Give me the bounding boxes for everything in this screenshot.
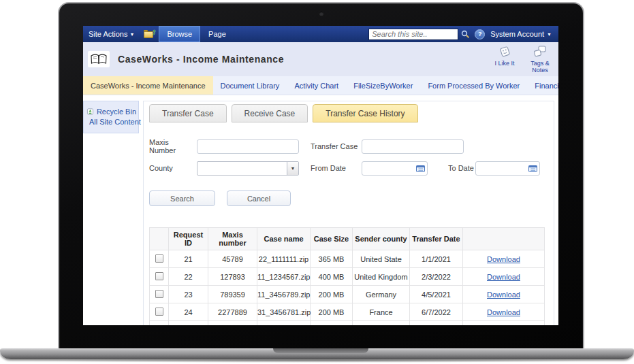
case-size-cell: 200 MB — [311, 303, 353, 321]
download-link[interactable]: Download — [487, 308, 520, 316]
nav-item-caseworks-income-maintenance[interactable]: CaseWorks - Income Maintenance — [83, 76, 213, 95]
ribbon-tab-page[interactable]: Page — [200, 26, 234, 42]
browser-screen: Site Actions ▼ ⤴ Browse Page — [83, 26, 558, 325]
calendar-icon[interactable] — [528, 165, 537, 172]
maxis-number-cell: 2277889 — [208, 303, 257, 321]
sender-county-cell: France — [353, 303, 410, 321]
select-column-header — [150, 228, 169, 250]
search-button[interactable]: Search — [149, 191, 215, 206]
search-icon[interactable] — [458, 29, 472, 40]
tab-transfer-case-history[interactable]: Transfer Case History — [313, 104, 417, 122]
laptop-mockup: Site Actions ▼ ⤴ Browse Page — [0, 0, 634, 364]
table-row: 24 2277889 31_3456781.zip 200 MB France … — [150, 303, 545, 321]
table-row: 22 127893 11_1234567.zip 400 MB United K… — [150, 268, 545, 286]
tab-transfer-case[interactable]: Transfer Case — [149, 104, 227, 122]
case-name-cell: 41_3456782.zip — [257, 321, 311, 326]
account-menu[interactable]: System Account ▼ — [490, 30, 558, 38]
maxis-number-header: Maxis number — [208, 228, 257, 250]
search-input[interactable] — [368, 29, 458, 40]
chevron-down-icon: ▼ — [129, 32, 134, 37]
browse-tab-label: Browse — [167, 30, 192, 38]
transfer-date-cell: 1/1/2021 — [410, 250, 463, 268]
case-size-cell: 400 MB — [311, 268, 353, 286]
table-row: 21 45789 22_1111111.zip 365 MB United St… — [150, 250, 545, 268]
county-select[interactable]: ▼ — [197, 161, 299, 176]
left-sidebar: Recycle Bin All Site Content — [83, 95, 143, 325]
sidebar-quicklaunch: Recycle Bin All Site Content — [83, 101, 139, 133]
maxis-number-cell: 127893 — [208, 268, 257, 286]
maxis-number-cell: 789359 — [208, 286, 257, 303]
nav-item-document-library[interactable]: Document Library — [213, 76, 287, 95]
cancel-button[interactable]: Cancel — [227, 191, 291, 206]
sender-county-cell: Germany — [353, 286, 410, 303]
recycle-bin-icon — [86, 107, 94, 116]
table-row: 25 3348789 41_3456782.zip 200 MB Portuga… — [150, 321, 545, 326]
tags-notes-icon — [533, 45, 548, 59]
site-actions-menu[interactable]: Site Actions ▼ — [83, 26, 140, 42]
transfer-date-cell: 6/7/2022 — [410, 303, 463, 321]
row-checkbox[interactable] — [155, 325, 163, 326]
county-label: County — [149, 164, 197, 172]
maxis-number-input[interactable] — [197, 139, 299, 154]
case-size-cell: 200 MB — [311, 286, 353, 303]
row-checkbox[interactable] — [155, 290, 163, 298]
download-link[interactable]: Download — [487, 255, 520, 263]
navigate-up-icon[interactable]: ⤴ — [144, 30, 155, 39]
tags-notes-label: Tags & Notes — [526, 60, 554, 74]
table-header-row: Request ID Maxis number Case name Case S… — [150, 228, 545, 250]
nav-item-activity-chart[interactable]: Activity Chart — [287, 76, 346, 95]
maxis-number-label: Maxis Number — [149, 138, 197, 154]
site-search — [368, 29, 472, 40]
top-chrome-bar: Site Actions ▼ ⤴ Browse Page — [83, 26, 558, 42]
open-book-icon — [90, 53, 108, 65]
maxis-number-cell: 45789 — [208, 250, 257, 268]
i-like-it-label: I Like It — [494, 60, 514, 67]
case-size-cell: 365 MB — [311, 250, 353, 268]
account-label: System Account — [490, 30, 544, 38]
tags-notes-button[interactable]: Tags & Notes — [526, 45, 554, 74]
social-actions: I Like It Tags & Notes — [490, 45, 554, 74]
download-link[interactable]: Download — [487, 273, 520, 281]
webcam-dot — [319, 12, 323, 16]
page-tab-label: Page — [208, 30, 226, 38]
like-tag-icon — [498, 45, 511, 59]
transfer-date-cell: 2/3/2022 — [410, 268, 463, 286]
download-link[interactable]: Download — [487, 291, 520, 299]
recycle-bin-label: Recycle Bin — [97, 107, 136, 116]
calendar-icon[interactable] — [416, 165, 425, 172]
site-navbar: CaseWorks - Income Maintenance Document … — [83, 76, 558, 95]
request-id-cell: 22 — [169, 268, 208, 286]
request-id-header: Request ID — [169, 228, 208, 250]
row-checkbox[interactable] — [155, 254, 163, 263]
sidebar-item-all-site-content[interactable]: All Site Content — [86, 118, 136, 126]
dropdown-arrow-icon: ▼ — [287, 162, 298, 175]
case-name-cell: 22_1111111.zip — [257, 250, 311, 268]
row-checkbox[interactable] — [155, 308, 163, 316]
nav-item-form-processed-by-worker[interactable]: Form Processed By Worker — [420, 76, 527, 95]
case-name-cell: 11_1234567.zip — [257, 268, 311, 286]
request-id-cell: 21 — [169, 250, 208, 268]
page-title: CaseWorks - Income Maintenance — [118, 54, 284, 65]
chevron-down-icon: ▼ — [547, 32, 552, 37]
sidebar-item-recycle-bin[interactable]: Recycle Bin — [86, 107, 136, 116]
help-icon[interactable]: ? — [475, 29, 485, 39]
tab-receive-case[interactable]: Receive Case — [232, 104, 308, 122]
all-site-content-label: All Site Content — [89, 118, 141, 126]
transfer-case-input[interactable] — [362, 139, 464, 154]
row-checkbox[interactable] — [155, 272, 163, 280]
laptop-base-notch — [273, 348, 368, 353]
case-size-header: Case Size — [311, 228, 353, 250]
nav-item-filesizebyworker[interactable]: FileSizeByWorker — [346, 76, 420, 95]
case-size-cell: 200 MB — [311, 321, 353, 326]
sender-county-cell: Portugal — [353, 321, 410, 326]
case-name-cell: 31_3456781.zip — [257, 303, 311, 321]
case-name-cell: 11_3456789.zip — [257, 286, 311, 303]
search-form: Maxis Number Transfer Case County ▼ — [149, 139, 554, 206]
request-id-cell: 23 — [169, 286, 208, 303]
i-like-it-button[interactable]: I Like It — [490, 45, 519, 74]
ribbon-tab-browse[interactable]: Browse — [159, 26, 200, 42]
sender-county-cell: United State — [353, 250, 410, 268]
maxis-number-cell: 3348789 — [208, 321, 257, 326]
nav-item-financial-ecf-chart[interactable]: Financial ECF Chart — [527, 76, 558, 95]
transfer-date-cell: 4/5/2021 — [410, 286, 463, 303]
